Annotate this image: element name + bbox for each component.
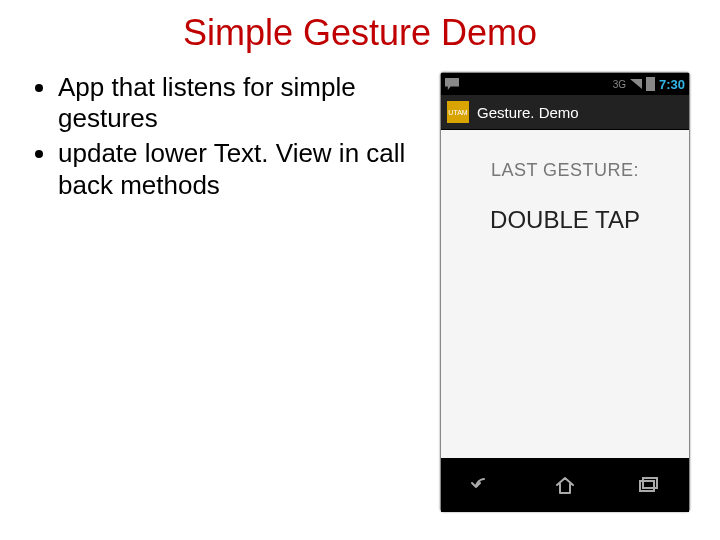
clock: 7:30 [659,77,685,92]
bullet-list: App that listens for simple gestures upd… [30,72,440,512]
battery-icon [646,77,655,91]
nav-bar [441,458,689,512]
app-icon-text: UTAM [448,109,467,116]
last-gesture-label: LAST GESTURE: [441,160,689,181]
status-left [445,78,459,90]
bullet-item: App that listens for simple gestures [58,72,430,134]
slide: Simple Gesture Demo App that listens for… [0,0,720,540]
recent-button[interactable] [613,465,683,505]
network-icon: 3G [613,79,626,90]
back-icon [470,473,494,497]
content-row: App that listens for simple gestures upd… [0,72,720,512]
back-button[interactable] [447,465,517,505]
bullet-item: update lower Text. View in call back met… [58,138,430,200]
app-body: LAST GESTURE: DOUBLE TAP [441,130,689,458]
sms-icon [445,78,459,90]
gesture-value: DOUBLE TAP [441,206,689,234]
status-right: 3G 7:30 [613,77,685,92]
app-icon: UTAM [447,101,469,123]
status-bar: 3G 7:30 [441,73,689,95]
signal-icon [630,79,642,89]
recent-icon [636,473,660,497]
page-title: Simple Gesture Demo [0,0,720,54]
home-button[interactable] [530,465,600,505]
phone-screenshot: 3G 7:30 UTAM Gesture. Demo LAST GESTURE:… [440,72,690,512]
app-title: Gesture. Demo [477,104,579,121]
home-icon [553,473,577,497]
app-bar: UTAM Gesture. Demo [441,95,689,130]
